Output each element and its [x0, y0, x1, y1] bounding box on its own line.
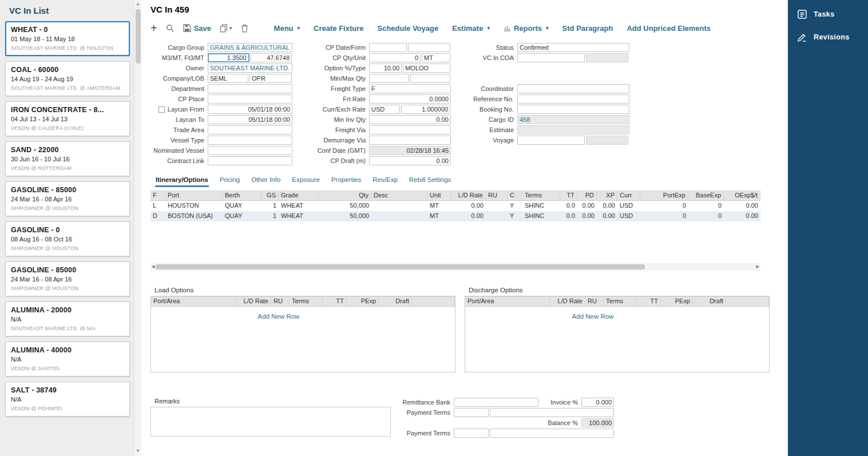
column-header-berth[interactable]: Berth: [223, 191, 261, 201]
column-header-gs[interactable]: GS: [261, 191, 279, 201]
column-header-port-area[interactable]: Port/Area: [151, 296, 236, 307]
m3-mt-ft3-mt-field-2[interactable]: 47.6748: [251, 53, 292, 62]
column-header-pd[interactable]: PD: [577, 191, 597, 201]
tab-exposure[interactable]: Exposure: [291, 175, 320, 187]
cp-qty-unit-field-1[interactable]: 0: [369, 53, 421, 62]
scrollbar-thumb[interactable]: [136, 9, 141, 64]
toolbar-menu-button[interactable]: Menu▾: [274, 24, 300, 33]
cargo-group-field[interactable]: GRAINS & AGRICULTURAL: [208, 43, 292, 52]
company-lob-field-2[interactable]: OPR: [249, 74, 292, 83]
tab-properties[interactable]: Properties: [331, 175, 362, 187]
scroll-left-arrow-icon[interactable]: ◀: [152, 264, 154, 271]
list-item[interactable]: SALT - 38749N/AVESON @ POHNPEI: [5, 382, 130, 417]
column-header-curr[interactable]: Curr: [617, 191, 640, 201]
demurrage-via-field[interactable]: [369, 136, 451, 145]
column-header-xp[interactable]: XP: [597, 191, 617, 201]
freight-type-field[interactable]: F: [369, 84, 451, 93]
toolbar-create-fixture-button[interactable]: Create Fixture: [314, 24, 363, 33]
sidebar-item-revisions[interactable]: Revisions: [797, 32, 868, 42]
column-header-draft[interactable]: Draft: [693, 296, 726, 307]
list-item[interactable]: ALUMINA - 40000N/AVESON @ SANTOS: [5, 342, 130, 376]
itinerary-h-scrollbar[interactable]: ◀ ▶: [150, 263, 760, 271]
list-item[interactable]: GASOLINE - 8500024 Mar 16 - 08 Apr 16SHI…: [5, 181, 130, 216]
search-icon[interactable]: [166, 24, 175, 33]
laycan-to-field[interactable]: 05/11/18 00:00: [208, 115, 292, 124]
add-new-row-link[interactable]: Add New Row: [151, 313, 455, 320]
list-item[interactable]: ALUMINA - 20000N/ASOUTHEAST MARINE LTD. …: [5, 302, 130, 336]
payment-terms-desc-field[interactable]: [490, 408, 614, 417]
toolbar-add-unpriced-elements-button[interactable]: Add Unpriced Elements: [627, 24, 711, 33]
department-field[interactable]: [208, 84, 292, 93]
column-header-blank[interactable]: [726, 296, 769, 307]
tab-other-info[interactable]: Other Info: [251, 175, 281, 187]
payment-terms-2-code-field[interactable]: [454, 429, 489, 438]
reference-no-field[interactable]: [517, 94, 629, 104]
payment-terms-code-field[interactable]: [454, 408, 489, 417]
column-header-pexp[interactable]: PExp: [347, 296, 379, 307]
curr-exch-rate-field-1[interactable]: USD: [369, 105, 400, 114]
min-inv-qty-field[interactable]: 0.00: [369, 115, 451, 124]
toolbar-std-paragraph-button[interactable]: Std Paragraph: [562, 24, 613, 33]
column-header-terms[interactable]: Terms: [522, 191, 560, 201]
column-header-terms[interactable]: Terms: [290, 296, 323, 307]
option-type-field-2[interactable]: MOLOO: [403, 64, 450, 73]
list-item[interactable]: GASOLINE - 8500024 Mar 16 - 08 Apr 16SHI…: [5, 261, 130, 296]
remarks-textarea[interactable]: [150, 407, 391, 437]
invoice-pct-field[interactable]: 0.000: [581, 398, 614, 407]
column-header-port-area[interactable]: Port/Area: [465, 296, 550, 307]
toolbar-reports-button[interactable]: Reports▾: [504, 24, 549, 33]
min-max-qty-field-1[interactable]: [369, 74, 409, 83]
column-header-oexp-t[interactable]: OExp$/t: [724, 191, 760, 201]
booking-no-field[interactable]: [517, 105, 629, 114]
owner-field[interactable]: SOUTHEAST MARINE LTD.: [208, 64, 292, 73]
scroll-right-arrow-icon[interactable]: ▶: [756, 264, 759, 271]
laycan-checkbox[interactable]: [158, 106, 165, 113]
column-header-tt[interactable]: TT: [323, 296, 347, 307]
cp-draft-m-field[interactable]: 0.00: [369, 156, 451, 165]
column-header-portexp[interactable]: PortExp: [640, 191, 688, 201]
toolbar-estimate-button[interactable]: Estimate▾: [452, 24, 490, 33]
save-button[interactable]: Save: [183, 24, 211, 33]
column-header-baseexp[interactable]: BaseExp: [688, 191, 724, 201]
vessel-type-field[interactable]: [208, 136, 292, 145]
cp-qty-unit-field-2[interactable]: MT: [422, 53, 450, 62]
column-header-pexp[interactable]: PExp: [661, 296, 693, 307]
list-item[interactable]: SAND - 2200030 Jun 16 - 10 Jul 16VESON @…: [5, 141, 130, 176]
column-header-ru[interactable]: RU: [271, 296, 290, 307]
add-new-row-link[interactable]: Add New Row: [465, 313, 769, 320]
toolbar-schedule-voyage-button[interactable]: Schedule Voyage: [378, 24, 439, 33]
tab-rev-exp[interactable]: Rev/Exp: [372, 175, 398, 187]
column-header-ru[interactable]: RU: [585, 296, 604, 307]
column-header-tt[interactable]: TT: [637, 296, 661, 307]
frt-rate-field[interactable]: 0.0000: [369, 94, 451, 104]
tab-itinerary-options[interactable]: Itinerary/Options: [155, 175, 209, 187]
coordinator-field[interactable]: [517, 84, 629, 93]
scroll-up-arrow-icon[interactable]: ▲: [136, 1, 140, 8]
column-header-draft[interactable]: Draft: [379, 296, 412, 307]
column-header-qty[interactable]: Qty: [319, 191, 371, 201]
cp-place-field[interactable]: [208, 94, 292, 104]
payment-terms-2-desc-field[interactable]: [490, 429, 614, 438]
delete-button[interactable]: [241, 24, 248, 33]
list-scrollbar[interactable]: ▲ ▼: [134, 0, 141, 456]
list-item[interactable]: WHEAT - 001 May 18 - 11 May 18SOUTHEAST …: [5, 21, 130, 56]
column-header-l-d-rate[interactable]: L/D Rate: [550, 296, 585, 307]
add-button[interactable]: +: [150, 23, 157, 33]
scrollbar-thumb[interactable]: [156, 264, 645, 269]
tab-pricing[interactable]: Pricing: [219, 175, 240, 187]
column-header-c[interactable]: C: [508, 191, 522, 201]
column-header-tt[interactable]: TT: [560, 191, 577, 201]
itinerary-row[interactable]: DBOSTON (USA)QUAY1WHEAT50,000MT0.00YSHIN…: [150, 211, 760, 221]
column-header-unit[interactable]: Unit: [427, 191, 451, 201]
cp-date-form-field-1[interactable]: [369, 43, 407, 52]
list-item[interactable]: GASOLINE - 008 Aug 16 - 08 Oct 16SHIPOWN…: [5, 221, 130, 256]
option-type-field-1[interactable]: 10.00: [369, 64, 402, 73]
list-item[interactable]: COAL - 6000014 Aug 19 - 24 Aug 19SOUTHEA…: [5, 61, 130, 96]
trade-area-field[interactable]: [208, 125, 292, 134]
curr-exch-rate-field-2[interactable]: 1.000000: [401, 105, 450, 114]
company-lob-field-1[interactable]: SEML: [208, 74, 248, 83]
m3-mt-ft3-mt-field-1[interactable]: 1.3500: [208, 53, 249, 62]
status-field[interactable]: Confirmed: [517, 43, 629, 52]
column-header-l-d-rate[interactable]: L/D Rate: [451, 191, 486, 201]
list-item[interactable]: IRON CONCENTRATE - 8...04 Jul 13 - 14 Ju…: [5, 101, 130, 136]
